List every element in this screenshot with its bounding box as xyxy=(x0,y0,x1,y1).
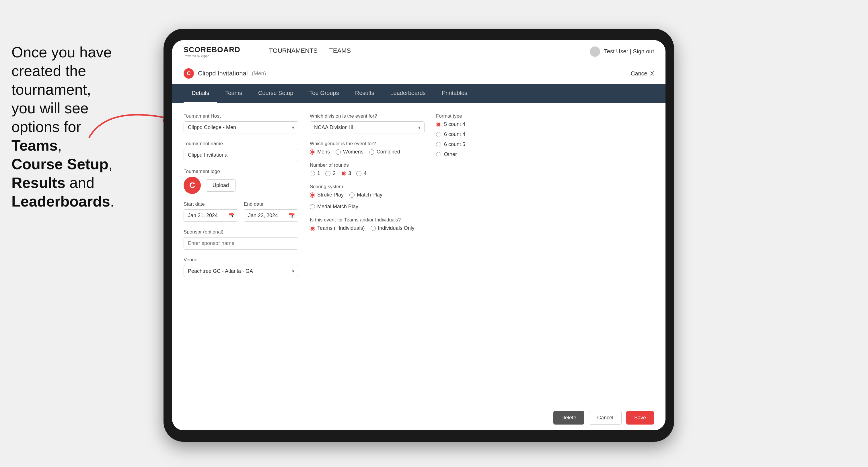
gender-mens-radio[interactable] xyxy=(310,150,315,155)
calendar-end-icon: 📅 xyxy=(288,213,295,219)
sponsor-input[interactable] xyxy=(184,237,298,250)
rounds-4[interactable]: 4 xyxy=(356,170,367,177)
scoring-match-radio[interactable] xyxy=(349,192,354,198)
tab-details[interactable]: Details xyxy=(184,84,217,103)
nav-teams[interactable]: TEAMS xyxy=(329,47,351,56)
tournament-host-group: Tournament Host Clippd College - Men xyxy=(184,113,298,133)
tablet-screen: SCOREBOARD Powered by clippd TOURNAMENTS… xyxy=(172,40,665,430)
format-other[interactable]: Other xyxy=(436,152,528,157)
scoring-medal[interactable]: Medal Match Play xyxy=(310,204,358,210)
tournament-icon: C xyxy=(184,68,194,79)
form-col-left: Tournament Host Clippd College - Men Tou… xyxy=(184,113,298,285)
form-area: Tournament Host Clippd College - Men Tou… xyxy=(172,103,665,295)
format-6count4[interactable]: 6 count 4 xyxy=(436,131,528,137)
logo-sub: Powered by clippd xyxy=(184,54,240,58)
sponsor-label: Sponsor (optional) xyxy=(184,229,298,235)
tournament-title: C Clippd Invitational (Men) xyxy=(184,68,266,79)
tournament-name-input[interactable] xyxy=(184,149,298,161)
venue-group: Venue Peachtree GC - Atlanta - GA xyxy=(184,257,298,277)
end-date-group: End date 📅 xyxy=(244,201,298,222)
venue-select[interactable]: Peachtree GC - Atlanta - GA xyxy=(184,265,298,277)
rounds-label: Number of rounds xyxy=(310,162,425,168)
tabs-bar: Details Teams Course Setup Tee Groups Re… xyxy=(172,84,665,103)
date-row: Start date 📅 End date 📅 xyxy=(184,201,298,222)
tab-tee-groups[interactable]: Tee Groups xyxy=(301,84,347,103)
tab-course-setup[interactable]: Course Setup xyxy=(250,84,301,103)
end-date-label: End date xyxy=(244,201,298,207)
rounds-3-radio[interactable] xyxy=(341,171,346,176)
tablet-frame: SCOREBOARD Powered by clippd TOURNAMENTS… xyxy=(163,29,674,442)
rounds-1[interactable]: 1 xyxy=(310,170,320,177)
teams-plus-radio[interactable] xyxy=(310,226,315,231)
individuals-only[interactable]: Individuals Only xyxy=(371,225,414,231)
format-group: Format type 5 count 4 6 count 4 xyxy=(436,113,528,157)
format-5count4[interactable]: 5 count 4 xyxy=(436,121,528,127)
rounds-1-radio[interactable] xyxy=(310,171,315,176)
logo-area: SCOREBOARD Powered by clippd xyxy=(184,45,240,58)
tournament-name-group: Tournament name xyxy=(184,141,298,161)
delete-button[interactable]: Delete xyxy=(553,411,584,425)
tournament-name-label: Tournament name xyxy=(184,141,298,147)
rounds-2[interactable]: 2 xyxy=(325,170,336,177)
gender-combined[interactable]: Combined xyxy=(369,149,400,155)
individuals-only-radio[interactable] xyxy=(371,226,376,231)
scoring-stroke[interactable]: Stroke Play xyxy=(310,192,344,198)
gender-combined-radio[interactable] xyxy=(369,150,374,155)
avatar xyxy=(590,46,600,57)
tournament-host-label: Tournament Host xyxy=(184,113,298,119)
tournament-logo-group: Tournament logo C Upload xyxy=(184,169,298,194)
division-label: Which division is the event for? xyxy=(310,113,425,119)
gender-mens[interactable]: Mens xyxy=(310,149,330,155)
format-5count4-radio[interactable] xyxy=(436,122,441,127)
division-select[interactable]: NCAA Division III xyxy=(310,121,425,133)
scoring-radio-group: Stroke Play Match Play Medal Match Play xyxy=(310,192,425,210)
gender-womens[interactable]: Womens xyxy=(336,149,364,155)
tournament-header: C Clippd Invitational (Men) Cancel X xyxy=(172,63,665,84)
gender-womens-radio[interactable] xyxy=(336,150,341,155)
scoring-stroke-radio[interactable] xyxy=(310,192,315,198)
form-footer: Delete Cancel Save xyxy=(172,405,665,430)
scoring-match[interactable]: Match Play xyxy=(349,192,382,198)
division-group: Which division is the event for? NCAA Di… xyxy=(310,113,425,133)
teams-label: Is this event for Teams and/or Individua… xyxy=(310,217,425,223)
nav-tournaments[interactable]: TOURNAMENTS xyxy=(269,47,318,56)
tab-printables[interactable]: Printables xyxy=(434,84,475,103)
format-radio-group: 5 count 4 6 count 4 6 count 5 xyxy=(436,121,528,157)
scoring-label: Scoring system xyxy=(310,184,425,190)
tab-leaderboards[interactable]: Leaderboards xyxy=(382,84,433,103)
save-button[interactable]: Save xyxy=(626,411,654,425)
rounds-group: Number of rounds 1 2 xyxy=(310,162,425,177)
rounds-3[interactable]: 3 xyxy=(341,170,351,177)
logo-upload-area: C Upload xyxy=(184,177,298,194)
rounds-radio-group: 1 2 3 4 xyxy=(310,170,425,177)
format-6count4-radio[interactable] xyxy=(436,132,441,137)
format-6count5[interactable]: 6 count 5 xyxy=(436,142,528,148)
teams-plus-individuals[interactable]: Teams (+Individuals) xyxy=(310,225,365,231)
start-date-group: Start date 📅 xyxy=(184,201,238,222)
calendar-icon: 📅 xyxy=(228,213,235,219)
format-label: Format type xyxy=(436,113,528,119)
logo-text: SCOREBOARD xyxy=(184,45,240,54)
tournament-name: Clippd Invitational xyxy=(198,70,248,77)
format-other-radio[interactable] xyxy=(436,152,441,157)
upload-button[interactable]: Upload xyxy=(206,179,236,192)
venue-label: Venue xyxy=(184,257,298,263)
tournament-host-select[interactable]: Clippd College - Men xyxy=(184,121,298,133)
scoring-medal-radio[interactable] xyxy=(310,204,315,209)
cancel-top-button[interactable]: Cancel X xyxy=(631,70,654,77)
tab-teams[interactable]: Teams xyxy=(217,84,250,103)
teams-individuals-group: Is this event for Teams and/or Individua… xyxy=(310,217,425,231)
user-label[interactable]: Test User | Sign out xyxy=(604,48,654,55)
scoring-group: Scoring system Stroke Play Match Play xyxy=(310,184,425,210)
rounds-4-radio[interactable] xyxy=(356,171,362,176)
form-col-mid: Which division is the event for? NCAA Di… xyxy=(310,113,425,285)
gender-radio-group: Mens Womens Combined xyxy=(310,149,425,155)
top-nav: SCOREBOARD Powered by clippd TOURNAMENTS… xyxy=(172,40,665,63)
cancel-button[interactable]: Cancel xyxy=(589,411,622,425)
tab-results[interactable]: Results xyxy=(347,84,382,103)
format-6count5-radio[interactable] xyxy=(436,142,441,147)
rounds-2-radio[interactable] xyxy=(325,171,331,176)
tournament-subtitle: (Men) xyxy=(252,70,266,76)
logo-circle: C xyxy=(184,177,201,194)
tournament-logo-label: Tournament logo xyxy=(184,169,298,175)
